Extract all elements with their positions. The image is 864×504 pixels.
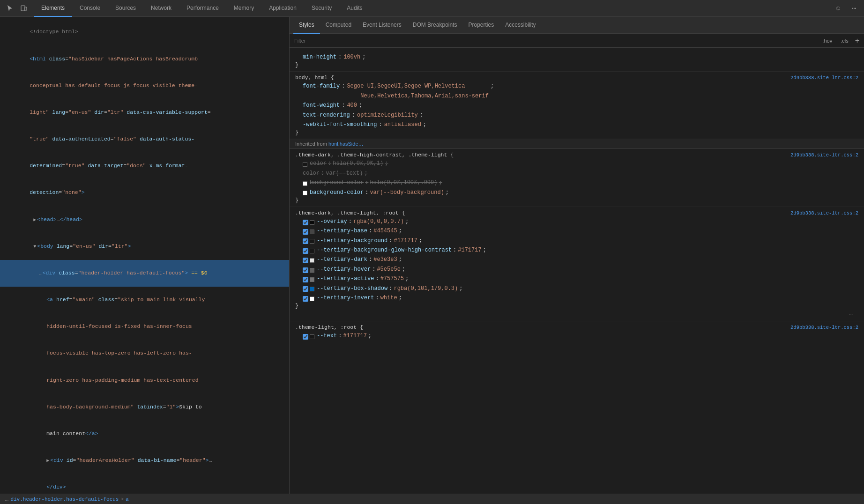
prop-tertiary-active: --tertiary-active: #757575;: [303, 274, 858, 283]
tab-accessibility[interactable]: Accessibility: [499, 17, 541, 34]
rule-header-root: .theme-dark, .theme-light, :root { 2d9bb…: [295, 210, 858, 216]
prop-tertiary-invert-checkbox[interactable]: [303, 296, 308, 302]
smiley-icon[interactable]: ☺: [832, 2, 844, 15]
prop-bg-color-2: background-color: var(--body-background)…: [303, 188, 858, 197]
header-area-holder-close: </div>: [0, 474, 289, 494]
toolbar-icons: [4, 2, 30, 15]
prop-color-2: color: var(--text);: [303, 169, 858, 178]
main-layout: <!doctype html> <html class="hasSidebar …: [0, 17, 864, 494]
skip-link-node-6: main content</a>: [0, 421, 289, 447]
tab-bar: Elements Console Sources Network Perform…: [34, 0, 832, 17]
head-node[interactable]: ▶<head>…</head>: [0, 206, 289, 233]
top-toolbar: Elements Console Sources Network Perform…: [0, 0, 864, 17]
header-area-holder-node[interactable]: ▶<div id="headerAreaHolder" data-bi-name…: [0, 447, 289, 474]
cls-button[interactable]: .cls: [839, 37, 850, 44]
device-icon[interactable]: [18, 2, 30, 15]
filter-input[interactable]: [294, 38, 820, 44]
prop-tertiary-dark-checkbox[interactable]: [303, 258, 308, 263]
html-node-3: light" lang="en-us" dir="ltr" data-css-v…: [0, 99, 289, 126]
tab-styles[interactable]: Styles: [293, 17, 320, 34]
tab-security[interactable]: Security: [304, 0, 339, 17]
prop-overlay-checkbox[interactable]: [303, 220, 308, 225]
tab-computed[interactable]: Computed: [320, 17, 357, 34]
breadcrumb-bar: … div.header-holder.has-default-focus > …: [0, 494, 864, 504]
rule-header-theme: .theme-dark, .theme-high-contrast, .them…: [295, 152, 858, 158]
more-props-indicator[interactable]: …: [295, 309, 858, 318]
styles-rules: min-height: 100vh; } body, html { 2d9bb3…: [290, 48, 864, 494]
html-node-4: "true" data-authenticated="false" data-a…: [0, 126, 289, 153]
rule-source-theme[interactable]: 2d9bb338.site-ltr.css:2: [790, 152, 858, 158]
prop-color-1: color: hsla(0,0%,9%,1);: [303, 159, 858, 168]
skip-link-node-4: right-zero has-padding-medium has-text-c…: [0, 367, 289, 393]
skip-link-node[interactable]: <a href="#main" class="skip-to-main-link…: [0, 287, 289, 313]
styles-panel-container: Styles Computed Event Listeners DOM Brea…: [290, 17, 864, 494]
add-style-button[interactable]: +: [855, 37, 859, 44]
rule-body-html: font-family: Segoe UI,SegoeUI,Segoe WP,H…: [295, 82, 858, 129]
tab-console[interactable]: Console: [72, 0, 108, 17]
prop-tertiary-bg-checkbox[interactable]: [303, 238, 308, 244]
doctype-node[interactable]: <!doctype html>: [0, 19, 289, 45]
inherited-from[interactable]: html.hasSide…: [328, 141, 364, 147]
rule-source-root[interactable]: 2d9bb338.site-ltr.css:2: [790, 210, 858, 216]
tab-elements[interactable]: Elements: [34, 0, 72, 17]
svg-rect-1: [25, 7, 27, 10]
breadcrumb-sep: >: [120, 497, 124, 502]
tab-dom-breakpoints[interactable]: DOM Breakpoints: [407, 17, 463, 34]
prop-font-family: font-family: Segoe UI,SegoeUI,Segoe WP,H…: [303, 82, 858, 101]
prop-tertiary-hover-checkbox[interactable]: [303, 267, 308, 273]
prop-tertiary-box-shadow-checkbox[interactable]: [303, 286, 308, 292]
breadcrumb-item-1[interactable]: a: [126, 497, 129, 502]
tab-properties[interactable]: Properties: [462, 17, 499, 34]
tab-sources[interactable]: Sources: [108, 0, 143, 17]
rule-source-light[interactable]: 2d9bb338.site-ltr.css:2: [790, 325, 858, 330]
rule-selector[interactable]: body, html {: [295, 74, 334, 81]
prop-tertiary-invert: --tertiary-invert: white;: [303, 293, 858, 303]
hov-button[interactable]: :hov: [820, 37, 834, 44]
filter-controls: :hov .cls +: [820, 37, 859, 44]
tab-application[interactable]: Application: [261, 0, 304, 17]
tab-audits[interactable]: Audits: [339, 0, 370, 17]
rule-source[interactable]: 2d9bb338.site-ltr.css:2: [790, 75, 858, 81]
styles-filter-bar: :hov .cls +: [290, 34, 864, 48]
body-node[interactable]: ▼<body lang="en-us" dir="ltr">: [0, 233, 289, 259]
prop-tertiary-bg-glow-checkbox[interactable]: [303, 248, 308, 254]
prop-tertiary-base-checkbox[interactable]: [303, 229, 308, 235]
rule-prop-minheight: min-height: 100vh;: [303, 52, 858, 62]
skip-link-node-3: focus-visible has-top-zero has-left-zero…: [0, 340, 289, 367]
css-rule-body-html: body, html { 2d9bb338.site-ltr.css:2 fon…: [290, 72, 864, 139]
prop-overlay: --overlay: rgba(0,0,0,0.7);: [303, 217, 858, 226]
toolbar-right: ☺ ⋯: [832, 2, 860, 15]
rule-selector-root[interactable]: .theme-dark, .theme-light, :root {: [295, 210, 405, 216]
breadcrumb-item-0[interactable]: div.header-holder.has-default-focus: [10, 497, 119, 502]
css-rule-theme-root: .theme-dark, .theme-light, :root { 2d9bb…: [290, 207, 864, 322]
prop-tertiary-bg: --tertiary-background: #171717;: [303, 236, 858, 245]
right-tab-bar: Styles Computed Event Listeners DOM Brea…: [290, 17, 864, 34]
rule-header-light: .theme-light, :root { 2d9bb338.site-ltr.…: [295, 324, 858, 330]
tab-event-listeners[interactable]: Event Listeners: [357, 17, 407, 34]
elements-panel: <!doctype html> <html class="hasSidebar …: [0, 17, 290, 494]
rule-body-root: --overlay: rgba(0,0,0,0.7); --tertiary-b…: [295, 217, 858, 303]
prop-text-checkbox[interactable]: [303, 334, 308, 340]
bottom-dots[interactable]: …: [5, 496, 8, 503]
more-options-icon[interactable]: ⋯: [848, 2, 860, 15]
prop-tertiary-dark: --tertiary-dark: #e3e3e3;: [303, 255, 858, 264]
tab-network[interactable]: Network: [143, 0, 179, 17]
skip-link-node-2: hidden-until-focused is-fixed has-inner-…: [0, 313, 289, 340]
prop-bg-color-1: background-color: hsla(0,0%,100%,.999);: [303, 178, 858, 187]
prop-tertiary-hover: --tertiary-hover: #5e5e5e;: [303, 265, 858, 274]
header-holder-node[interactable]: …<div class="header-holder has-default-f…: [0, 260, 289, 287]
prop-tertiary-box-shadow: --tertiary-box-shadow: rgba(0,101,179,0.…: [303, 284, 858, 293]
tab-memory[interactable]: Memory: [226, 0, 261, 17]
css-rule-theme-light: .theme-light, :root { 2d9bb338.site-ltr.…: [290, 321, 864, 344]
prop-font-smoothing: -webkit-font-smoothing: antialiased;: [303, 120, 858, 129]
prop-text: --text: #171717;: [303, 331, 858, 341]
prop-tertiary-active-checkbox[interactable]: [303, 277, 308, 282]
html-node[interactable]: <html class="hasSidebar hasPageActions h…: [0, 45, 289, 72]
rule-selector-theme[interactable]: .theme-dark, .theme-high-contrast, .them…: [295, 152, 454, 158]
cursor-icon[interactable]: [4, 2, 16, 15]
html-node-5: determined="true" data-target="docs" x-m…: [0, 153, 289, 179]
inherited-label: Inherited from html.hasSide…: [290, 139, 864, 149]
tab-performance[interactable]: Performance: [179, 0, 226, 17]
prop-font-weight: font-weight: 400;: [303, 101, 858, 110]
rule-selector-light[interactable]: .theme-light, :root {: [295, 324, 363, 330]
